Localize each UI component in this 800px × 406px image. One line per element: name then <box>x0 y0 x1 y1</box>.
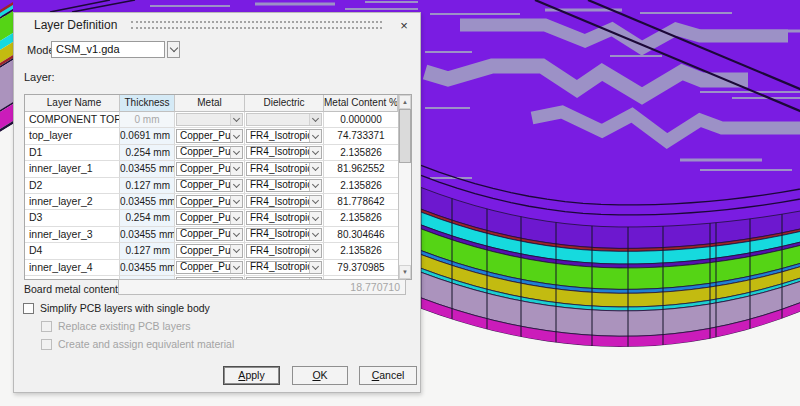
dielectric-dropdown[interactable]: FR4_Isotropic (I <box>246 129 322 142</box>
chevron-down-icon[interactable] <box>309 262 321 273</box>
chevron-down-icon[interactable] <box>309 147 321 158</box>
metal-dropdown[interactable]: Copper_Pure <box>176 244 243 257</box>
table-row: D30.254 mmCopper_PureFR4_Isotropic (I2.1… <box>25 210 398 226</box>
cell-thickness[interactable]: 0.0691 mm <box>120 128 175 144</box>
cell-metal-content[interactable]: 81.962552 <box>324 161 398 177</box>
chevron-down-icon[interactable] <box>230 163 242 174</box>
cell-metal-content[interactable]: 2.135826 <box>324 178 398 194</box>
dielectric-dropdown[interactable]: FR4_Isotropic (I <box>246 228 322 241</box>
metal-dropdown[interactable]: Copper_Pure <box>176 195 243 208</box>
cell-layer-name[interactable]: inner_layer_2 <box>25 194 120 210</box>
metal-dropdown[interactable]: Copper_Pure <box>176 162 243 175</box>
dropdown-value: Copper_Pure <box>177 130 230 142</box>
chevron-down-icon <box>230 114 242 125</box>
ok-button[interactable]: OK <box>292 366 348 385</box>
dielectric-dropdown[interactable]: FR4_Isotropic (I <box>246 211 322 224</box>
cell-thickness[interactable]: 0.127 mm <box>120 243 175 259</box>
pcb-left-corner-stack <box>0 2 13 406</box>
checkbox-simplify-pcb-layers[interactable]: Simplify PCB layers with single body <box>23 302 210 314</box>
header-metal-content[interactable]: Metal Content % <box>324 95 398 112</box>
metal-dropdown[interactable]: Copper_Pure <box>176 146 243 159</box>
cell-layer-name[interactable]: D4 <box>25 243 120 259</box>
cell-metal <box>175 112 245 128</box>
dielectric-dropdown[interactable]: FR4_Isotropic (I <box>246 244 322 257</box>
cell-metal-content[interactable]: 74.733371 <box>324 128 398 144</box>
cell-metal: Copper_Pure <box>175 161 245 177</box>
chevron-down-icon[interactable] <box>230 245 242 256</box>
cell-thickness[interactable]: 0.03455 mm <box>120 161 175 177</box>
cell-metal-content[interactable]: 80.304646 <box>324 227 398 243</box>
table-row: D40.127 mmCopper_PureFR4_Isotropic (I2.1… <box>25 243 398 259</box>
cell-thickness[interactable]: 0 mm <box>120 112 175 128</box>
cell-metal-content[interactable]: 2.135826 <box>324 210 398 226</box>
metal-dropdown[interactable]: Copper_Pure <box>176 211 243 224</box>
dielectric-dropdown[interactable]: FR4_Isotropic (I <box>246 162 322 175</box>
checkbox-icon[interactable] <box>23 303 34 314</box>
cell-metal: Copper_Pure <box>175 145 245 161</box>
header-metal[interactable]: Metal <box>175 95 245 112</box>
cell-layer-name[interactable]: D2 <box>25 178 120 194</box>
header-layer-name[interactable]: Layer Name <box>25 95 120 112</box>
cell-thickness[interactable]: 0.254 mm <box>120 145 175 161</box>
cell-layer-name[interactable]: D1 <box>25 145 120 161</box>
cell-thickness[interactable]: 0.03455 mm <box>120 227 175 243</box>
dropdown-value: Copper_Pure <box>177 245 230 257</box>
chevron-down-icon[interactable] <box>309 196 321 207</box>
layer-table-body: Layer Name Thickness Metal Dielectric Me… <box>25 95 398 279</box>
cell-layer-name[interactable]: inner_layer_4 <box>25 260 120 276</box>
cancel-button[interactable]: Cancel <box>359 366 417 385</box>
titlebar-grip[interactable] <box>131 21 382 29</box>
metal-dropdown[interactable]: Copper_Pure <box>176 261 243 274</box>
chevron-down-icon[interactable] <box>230 180 242 191</box>
table-scrollbar[interactable]: ▲ ▼ <box>398 95 411 279</box>
dielectric-dropdown[interactable]: FR4_Isotropic (I <box>246 179 322 192</box>
chevron-down-icon[interactable] <box>230 212 242 223</box>
cell-layer-name[interactable]: top_layer <box>25 128 120 144</box>
dropdown-value: FR4_Isotropic (I <box>247 163 309 175</box>
metal-dropdown[interactable]: Copper_Pure <box>176 228 243 241</box>
metal-dropdown <box>176 113 243 126</box>
close-icon[interactable]: × <box>396 17 412 33</box>
cell-metal-content[interactable]: 79.370985 <box>324 260 398 276</box>
cell-thickness[interactable]: 0.03455 mm <box>120 194 175 210</box>
cell-layer-name[interactable]: inner_layer_3 <box>25 227 120 243</box>
scroll-up-icon[interactable]: ▲ <box>399 95 411 109</box>
dielectric-dropdown[interactable]: FR4_Isotropic (I <box>246 146 322 159</box>
chevron-down-icon[interactable] <box>230 147 242 158</box>
dialog-titlebar[interactable]: Layer Definition × <box>14 13 420 37</box>
chevron-down-icon[interactable] <box>309 163 321 174</box>
cell-metal-content[interactable]: 2.135826 <box>324 243 398 259</box>
cell-thickness[interactable]: 0.254 mm <box>120 210 175 226</box>
chevron-down-icon[interactable] <box>309 130 321 141</box>
model-combobox-arrow[interactable] <box>167 41 180 58</box>
dielectric-dropdown[interactable]: FR4_Isotropic (I <box>246 261 322 274</box>
chevron-down-icon[interactable] <box>230 262 242 273</box>
chevron-down-icon[interactable] <box>309 212 321 223</box>
chevron-down-icon[interactable] <box>230 229 242 240</box>
cell-thickness[interactable]: 0.127 mm <box>120 178 175 194</box>
cell-layer-name[interactable]: COMPONENT TOP <box>25 112 120 128</box>
apply-button[interactable]: Apply <box>223 366 280 385</box>
chevron-down-icon <box>309 114 321 125</box>
chevron-down-icon[interactable] <box>230 130 242 141</box>
header-dielectric[interactable]: Dielectric <box>245 95 324 112</box>
cell-dielectric: FR4_Isotropic (I <box>245 210 324 226</box>
cell-metal-content[interactable]: 81.778642 <box>324 194 398 210</box>
metal-dropdown[interactable]: Copper_Pure <box>176 179 243 192</box>
cell-thickness[interactable]: 0.03455 mm <box>120 260 175 276</box>
cell-layer-name[interactable]: D3 <box>25 210 120 226</box>
metal-dropdown[interactable]: Copper_Pure <box>176 129 243 142</box>
chevron-down-icon[interactable] <box>309 180 321 191</box>
dielectric-dropdown[interactable]: FR4_Isotropic (I <box>246 195 322 208</box>
chevron-down-icon[interactable] <box>230 196 242 207</box>
cell-metal-content[interactable]: 2.135826 <box>324 145 398 161</box>
chevron-down-icon[interactable] <box>309 245 321 256</box>
cell-layer-name[interactable]: inner_layer_1 <box>25 161 120 177</box>
cell-metal-content[interactable]: 0.000000 <box>324 112 398 128</box>
board-metal-content-field: 18.770710 <box>118 279 406 295</box>
chevron-down-icon[interactable] <box>309 229 321 240</box>
scroll-down-icon[interactable]: ▼ <box>399 265 411 279</box>
header-thickness[interactable]: Thickness <box>120 95 175 112</box>
scrollbar-thumb[interactable] <box>399 109 411 163</box>
model-combobox[interactable]: CSM_v1.gda <box>51 41 165 58</box>
